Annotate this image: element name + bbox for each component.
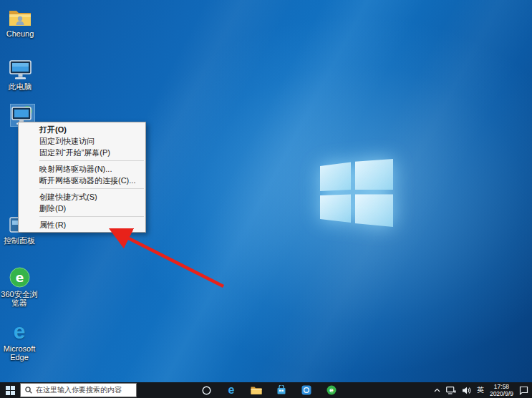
network-tray-button[interactable] [446, 387, 456, 394]
edge-icon: e [228, 384, 235, 396]
menu-separator [39, 216, 144, 217]
taskbar-app-icons: e e [198, 382, 339, 398]
search-icon [25, 387, 32, 394]
desktop[interactable]: Cheung 此电脑 [0, 0, 532, 382]
desktop-icon-this-pc[interactable]: 此电脑 [1, 59, 39, 91]
menu-separator [39, 188, 144, 189]
menu-item-pin-to-quick-access[interactable]: 固定到快速访问 [19, 135, 145, 147]
action-center-button[interactable] [519, 386, 528, 395]
svg-text:e: e [329, 387, 334, 394]
desktop-icon-label: Microsoft Edge [0, 344, 39, 361]
menu-item-create-shortcut[interactable]: 创建快捷方式(S) [19, 191, 145, 203]
speaker-icon [462, 387, 471, 394]
taskbar-clock[interactable]: 17:58 2020/9/9 [490, 383, 513, 397]
edge-icon: e [14, 321, 26, 342]
menu-item-pin-to-start[interactable]: 固定到“开始”屏幕(P) [19, 147, 145, 158]
360-browser-icon: e [327, 385, 337, 395]
cortana-icon [202, 386, 211, 395]
windows-hero-logo [320, 159, 393, 227]
system-tray: 英 17:58 2020/9/9 [434, 383, 532, 397]
desktop-icon-user-folder[interactable]: Cheung [1, 6, 39, 38]
tray-expand-button[interactable] [434, 388, 440, 392]
menu-item-properties[interactable]: 属性(R) [19, 219, 145, 230]
chevron-up-icon [434, 388, 440, 392]
desktop-icon-label: 360安全浏览器 [0, 290, 39, 307]
edge-taskbar-button[interactable]: e [223, 382, 239, 398]
desktop-icon-edge[interactable]: e Microsoft Edge [0, 321, 39, 361]
context-menu: 打开(O) 固定到快速访问 固定到“开始”屏幕(P) 映射网络驱动器(N)...… [18, 122, 146, 233]
file-explorer-button[interactable] [248, 382, 264, 398]
svg-text:e: e [15, 271, 24, 285]
menu-separator [39, 160, 144, 161]
start-button[interactable] [0, 382, 20, 398]
ime-indicator[interactable]: 英 [477, 385, 484, 395]
taskbar: 在这里输入你要搜索的内容 e [0, 382, 532, 398]
app-blue-button[interactable] [299, 382, 314, 398]
menu-item-disconnect-network-drive[interactable]: 断开网络驱动器的连接(C)... [19, 175, 145, 186]
clock-time: 17:58 [490, 383, 513, 390]
cortana-button[interactable] [198, 382, 214, 398]
action-center-icon [519, 386, 528, 395]
menu-item-delete[interactable]: 删除(D) [19, 203, 145, 214]
desktop-icon-label: 此电脑 [9, 82, 32, 91]
start-windows-icon [6, 386, 15, 395]
menu-item-map-network-drive[interactable]: 映射网络驱动器(N)... [19, 163, 145, 175]
search-placeholder: 在这里输入你要搜索的内容 [36, 385, 122, 395]
360-browser-icon: e [9, 266, 30, 288]
volume-tray-button[interactable] [462, 387, 471, 394]
360-browser-taskbar-button[interactable]: e [324, 382, 339, 398]
desktop-icon-label: Cheung [6, 29, 34, 38]
microsoft-store-button[interactable] [274, 382, 289, 398]
menu-item-open[interactable]: 打开(O) [19, 124, 145, 135]
user-folder-icon [9, 6, 32, 27]
this-pc-icon [9, 59, 32, 80]
desktop-icon-label: 控制面板 [4, 236, 35, 245]
microsoft-store-icon [276, 385, 286, 395]
app-blue-icon [301, 385, 311, 395]
network-icon [446, 387, 456, 394]
taskbar-search-input[interactable]: 在这里输入你要搜索的内容 [20, 383, 137, 397]
clock-date: 2020/9/9 [490, 390, 513, 397]
file-explorer-icon [251, 386, 262, 395]
desktop-icon-360-browser[interactable]: e 360安全浏览器 [0, 266, 39, 307]
